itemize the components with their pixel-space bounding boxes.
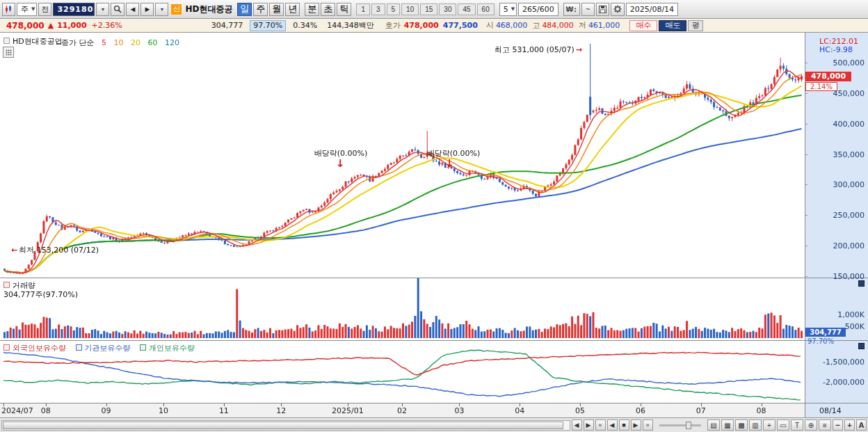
x-axis-label: 10 xyxy=(145,406,182,415)
cycle-combo[interactable]: 주 ▼ xyxy=(17,3,37,16)
high-label: 고 xyxy=(532,20,540,31)
individual-square-icon xyxy=(140,344,146,351)
minute-30-button[interactable]: 30 xyxy=(439,3,456,15)
region-stat-icon[interactable]: ▤ xyxy=(707,419,720,431)
ma120-label: 120 xyxy=(165,38,179,47)
x-axis-label: 09 xyxy=(88,406,124,415)
step-forward-button[interactable]: ▶ xyxy=(631,419,641,431)
ma-legend: 종가 단순 5 10 20 60 120 xyxy=(61,38,184,48)
scroll-left-button[interactable]: ◀ xyxy=(572,419,582,431)
sell-button[interactable]: 매도 xyxy=(659,20,686,31)
interval-spinner[interactable]: 5 ▼ xyxy=(499,3,517,16)
cycle-combo-value: 주 xyxy=(21,4,29,15)
magnifier-icon[interactable]: ⊕ xyxy=(805,419,817,431)
tab-month[interactable]: 월 xyxy=(269,3,284,16)
minute-1-button[interactable]: 1 xyxy=(356,3,370,15)
minute-45-button[interactable]: 45 xyxy=(458,3,475,15)
crosshair-icon[interactable]: + xyxy=(763,419,775,431)
zoom-out-button[interactable]: − xyxy=(833,419,843,431)
x-axis-label: 11 xyxy=(206,406,242,415)
code-dropdown-button[interactable]: ▼ xyxy=(96,3,109,16)
new-badge: 신 xyxy=(171,4,182,15)
menu-icon[interactable]: ≡ xyxy=(819,419,831,431)
info-bar: 478,000 ▲ 11,000 +2.36% 304,777 97.70% 0… xyxy=(0,19,868,33)
volume-subtitle: 304,777주(97.70%) xyxy=(3,289,78,300)
search-button[interactable] xyxy=(111,3,124,16)
buy-button[interactable]: 매수 xyxy=(629,20,657,31)
axis-label: 400,000 xyxy=(833,120,865,129)
scrollbar-thumb[interactable] xyxy=(3,422,563,429)
low-annotation: ←최저 153,200 (07/12) xyxy=(11,245,99,255)
time-axis[interactable]: 2024/0708091011122025/0102030405060708 xyxy=(0,404,868,417)
chart-canvas[interactable] xyxy=(0,33,868,417)
jump-end-button[interactable]: » xyxy=(643,419,653,431)
up-arrow-icon: ▲ xyxy=(48,21,54,30)
candle-chart-icon xyxy=(5,6,13,13)
scroll-right-button[interactable]: ▶ xyxy=(584,419,594,431)
collapse-holdings-button[interactable] xyxy=(858,343,865,349)
ma60-label: 60 xyxy=(148,38,158,47)
history-dropdown-button[interactable]: ▼ xyxy=(155,3,168,16)
foreign-holdings-label: 외국인보유수량 xyxy=(3,344,66,353)
stock-code-input[interactable]: 329180 xyxy=(53,3,95,16)
stock-name: HD현대중공 xyxy=(185,3,232,15)
ruler-icon[interactable]: ▭ xyxy=(777,419,789,431)
history-forward-button[interactable]: ► xyxy=(140,3,154,16)
tab-second[interactable]: 초 xyxy=(321,3,335,16)
minute-5-button[interactable]: 5 xyxy=(387,3,401,15)
x-axis-label: 03 xyxy=(441,406,477,415)
minute-60-button[interactable]: 60 xyxy=(477,3,495,15)
chart-title: HD현대중공업 xyxy=(3,36,63,47)
date-picker[interactable]: 2025/08/14 xyxy=(626,3,678,16)
tab-day[interactable]: 일 xyxy=(237,3,252,16)
zoom-slider-thumb[interactable] xyxy=(686,422,691,429)
pattern-search-icon[interactable]: ▩ xyxy=(735,419,748,431)
down-arrow-icon: ↓ xyxy=(445,157,454,170)
open-label: 시 xyxy=(486,20,494,31)
price-axis[interactable]: 500,000450,000400,000350,000300,000250,0… xyxy=(805,33,868,417)
minute-15-button[interactable]: 15 xyxy=(420,3,437,15)
tab-tick[interactable]: 틱 xyxy=(337,3,351,16)
line-style-button[interactable]: ~ xyxy=(581,3,595,16)
interval-value: 5 xyxy=(504,5,508,14)
multi-chart-icon[interactable]: ▥ xyxy=(749,419,762,431)
indicator-menu-button[interactable] xyxy=(3,47,14,58)
minute-10-button[interactable]: 10 xyxy=(401,3,419,15)
horizontal-scrollbar[interactable] xyxy=(1,420,570,431)
tab-week[interactable]: 주 xyxy=(253,3,268,16)
x-axis-label: 05 xyxy=(562,406,598,415)
grid-icon[interactable]: ▦ xyxy=(721,419,734,431)
stop-button[interactable]: ■ xyxy=(619,419,629,431)
axis-label: 500,000 xyxy=(833,58,865,67)
zoom-in-button[interactable]: + xyxy=(844,419,855,431)
avg-button[interactable]: 평 xyxy=(688,20,703,31)
settings-button[interactable] xyxy=(611,3,625,16)
ma10-label: 10 xyxy=(114,38,124,47)
history-back-button[interactable]: ◄ xyxy=(126,3,139,16)
grid-dots-icon xyxy=(6,49,12,56)
price-scale-button[interactable]: ₩↕ xyxy=(563,3,580,16)
minute-3-button[interactable]: 3 xyxy=(371,3,385,15)
x-axis-label: 08 xyxy=(744,406,780,415)
turnover-pct: 0.34% xyxy=(293,21,317,30)
title-square-icon xyxy=(3,38,10,44)
axis-label: 350,000 xyxy=(833,150,865,159)
ma5-label: 5 xyxy=(102,38,106,47)
collapse-volume-button[interactable] xyxy=(858,280,865,287)
prev-stock-button[interactable]: 전 xyxy=(38,3,51,16)
chart-window: 주 ▼ 전 329180 ▼ ◄ ► ▼ 신 HD현대중공 일 주 월 년 분 … xyxy=(0,0,868,432)
step-back-button[interactable]: ◀ xyxy=(607,419,618,431)
tab-minute[interactable]: 분 xyxy=(305,3,319,16)
institutional-square-icon xyxy=(76,344,82,351)
tab-year[interactable]: 년 xyxy=(285,3,300,16)
chart-type-button[interactable] xyxy=(2,3,15,16)
auto-scale-button[interactable]: A xyxy=(856,419,867,431)
axis-label: -2,000,000 xyxy=(823,378,865,387)
low-label: 저 xyxy=(579,20,586,31)
axis-label: -1,500,000 xyxy=(823,358,865,367)
zoom-slider[interactable] xyxy=(659,424,701,426)
institutional-holdings-label: 기관보유수량 xyxy=(76,344,131,353)
jump-start-button[interactable]: « xyxy=(595,419,606,431)
save-button[interactable] xyxy=(596,3,609,16)
text-tool-icon[interactable]: T xyxy=(791,419,803,431)
